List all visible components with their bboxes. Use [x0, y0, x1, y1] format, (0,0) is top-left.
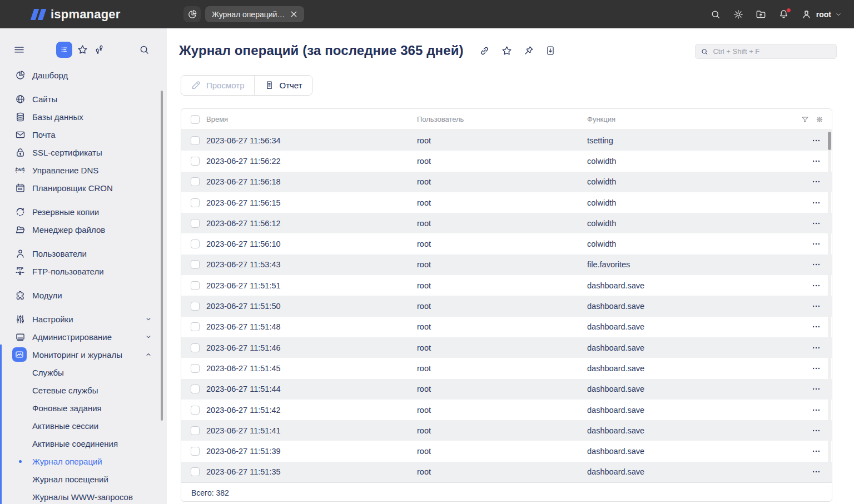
row-checkbox[interactable] [191, 467, 200, 476]
submenu-item-www-request-logs[interactable]: Журналы WWW-запросов [0, 488, 167, 504]
sidebar-item-file-manager[interactable]: Менеджер файлов [0, 221, 167, 238]
sidebar-item-mail[interactable]: Почта [0, 126, 167, 143]
export-session-button[interactable] [755, 8, 767, 21]
dashboard-tab-button[interactable] [183, 6, 201, 22]
search-input[interactable] [713, 47, 831, 56]
row-menu-button[interactable] [801, 239, 832, 249]
table-row[interactable]: 2023-06-27 11:56:15 root colwidth [181, 192, 832, 213]
copy-link-button[interactable] [479, 45, 490, 57]
sidebar-item-monitoring[interactable]: Мониторинг и журналы [0, 346, 167, 363]
table-row[interactable]: 2023-06-27 11:56:34 root tsetting [181, 130, 832, 151]
column-header-user[interactable]: Пользователь [417, 115, 587, 123]
sidebar-item-ssl[interactable]: SSL-сертификаты [0, 143, 167, 161]
sidebar-item-databases[interactable]: Базы данных [0, 108, 167, 126]
sidebar-item-ftp-users[interactable]: FTP FTP-пользователи [0, 262, 167, 280]
submenu-item-operation-log[interactable]: Журнал операций [0, 452, 167, 470]
report-button[interactable]: Отчет [255, 76, 312, 95]
row-checkbox[interactable] [191, 343, 200, 352]
row-menu-button[interactable] [801, 156, 832, 166]
active-tab[interactable]: Журнал операций… [205, 6, 304, 22]
table-row[interactable]: 2023-06-27 11:56:22 root colwidth [181, 151, 832, 171]
sidebar-item-users[interactable]: Пользователи [0, 244, 167, 262]
row-menu-button[interactable] [801, 467, 832, 477]
table-row[interactable]: 2023-06-27 11:51:39 root dashboard.save [181, 441, 832, 461]
row-checkbox[interactable] [191, 239, 200, 248]
row-checkbox[interactable] [191, 136, 200, 145]
submenu-item-active-connections[interactable]: Активные соединения [0, 435, 167, 452]
row-checkbox[interactable] [191, 447, 200, 456]
row-menu-button[interactable] [801, 322, 832, 332]
sidebar-item-dashboard[interactable]: Дашборд [0, 66, 167, 84]
row-checkbox[interactable] [191, 260, 200, 269]
row-checkbox[interactable] [191, 157, 200, 166]
sidebar-item-administration[interactable]: Администрирование [0, 328, 167, 346]
table-row[interactable]: 2023-06-27 11:51:45 root dashboard.save [181, 358, 832, 378]
row-menu-button[interactable] [801, 281, 832, 291]
table-row[interactable]: 2023-06-27 11:56:18 root colwidth [181, 172, 832, 192]
sidebar-item-settings[interactable]: Настройки [0, 310, 167, 328]
row-checkbox[interactable] [191, 364, 200, 373]
footprints-icon[interactable] [93, 44, 105, 56]
select-all-checkbox[interactable] [191, 115, 200, 124]
submenu-item-active-sessions[interactable]: Активные сессии [0, 417, 167, 435]
menu-list-view-button[interactable] [56, 42, 72, 58]
table-row[interactable]: 2023-06-27 11:56:10 root colwidth [181, 233, 832, 254]
row-menu-button[interactable] [801, 301, 832, 311]
user-menu[interactable]: root [801, 8, 842, 20]
favorites-icon[interactable] [77, 44, 88, 56]
close-icon[interactable] [290, 11, 297, 18]
table-row[interactable]: 2023-06-27 11:51:46 root dashboard.save [181, 337, 832, 358]
row-checkbox[interactable] [191, 281, 200, 290]
row-menu-button[interactable] [801, 405, 832, 415]
row-menu-button[interactable] [801, 363, 832, 373]
filter-icon[interactable] [801, 115, 810, 124]
sidebar-item-sites[interactable]: Сайты [0, 90, 167, 108]
column-header-time[interactable]: Время [206, 115, 417, 123]
row-checkbox[interactable] [191, 198, 200, 207]
table-row[interactable]: 2023-06-27 11:51:51 root dashboard.save [181, 275, 832, 296]
row-menu-button[interactable] [801, 177, 832, 187]
row-checkbox[interactable] [191, 219, 200, 228]
sidebar-item-backups[interactable]: Резервные копии [0, 203, 167, 221]
row-checkbox[interactable] [191, 426, 200, 435]
sidebar-item-dns[interactable]: DNS Управление DNS [0, 161, 167, 179]
table-row[interactable]: 2023-06-27 11:51:50 root dashboard.save [181, 296, 832, 316]
row-menu-button[interactable] [801, 136, 832, 146]
page-search[interactable] [695, 44, 837, 59]
row-menu-button[interactable] [801, 260, 832, 270]
export-button[interactable] [545, 45, 556, 57]
sidebar-scrollbar[interactable] [161, 91, 163, 421]
submenu-item-background-tasks[interactable]: Фоновые задания [0, 399, 167, 417]
table-row[interactable]: 2023-06-27 11:51:35 root dashboard.save [181, 462, 832, 482]
theme-toggle-button[interactable] [732, 8, 744, 21]
app-logo[interactable]: ispmanager [32, 7, 121, 22]
table-row[interactable]: 2023-06-27 11:53:43 root file.favorites [181, 255, 832, 275]
row-menu-button[interactable] [801, 446, 832, 456]
pin-button[interactable] [523, 45, 534, 57]
table-row[interactable]: 2023-06-27 11:51:44 root dashboard.save [181, 379, 832, 400]
submenu-item-network-services[interactable]: Сетевые службы [0, 381, 167, 399]
row-menu-button[interactable] [801, 343, 832, 353]
table-row[interactable]: 2023-06-27 11:51:48 root dashboard.save [181, 317, 832, 337]
row-checkbox[interactable] [191, 322, 200, 331]
row-menu-button[interactable] [801, 426, 832, 436]
hamburger-menu-icon[interactable] [13, 44, 25, 56]
menu-search-icon[interactable] [138, 44, 150, 56]
row-checkbox[interactable] [191, 385, 200, 393]
row-menu-button[interactable] [801, 198, 832, 208]
global-search-button[interactable] [709, 8, 722, 21]
row-checkbox[interactable] [191, 302, 200, 311]
table-row[interactable]: 2023-06-27 11:51:42 root dashboard.save [181, 400, 832, 420]
sidebar-item-cron[interactable]: Планировщик CRON [0, 179, 167, 197]
table-row[interactable]: 2023-06-27 11:56:12 root colwidth [181, 213, 832, 233]
submenu-item-services[interactable]: Службы [0, 363, 167, 381]
submenu-item-visit-log[interactable]: Журнал посещений [0, 470, 167, 488]
notifications-button[interactable] [778, 8, 790, 21]
favorite-button[interactable] [501, 45, 513, 57]
table-row[interactable]: 2023-06-27 11:51:41 root dashboard.save [181, 420, 832, 441]
table-scrollbar-track[interactable] [828, 131, 831, 482]
view-button[interactable]: Просмотр [181, 76, 254, 95]
row-menu-button[interactable] [801, 384, 832, 394]
sidebar-item-modules[interactable]: Модули [0, 286, 167, 304]
table-scrollbar-thumb[interactable] [828, 132, 831, 150]
